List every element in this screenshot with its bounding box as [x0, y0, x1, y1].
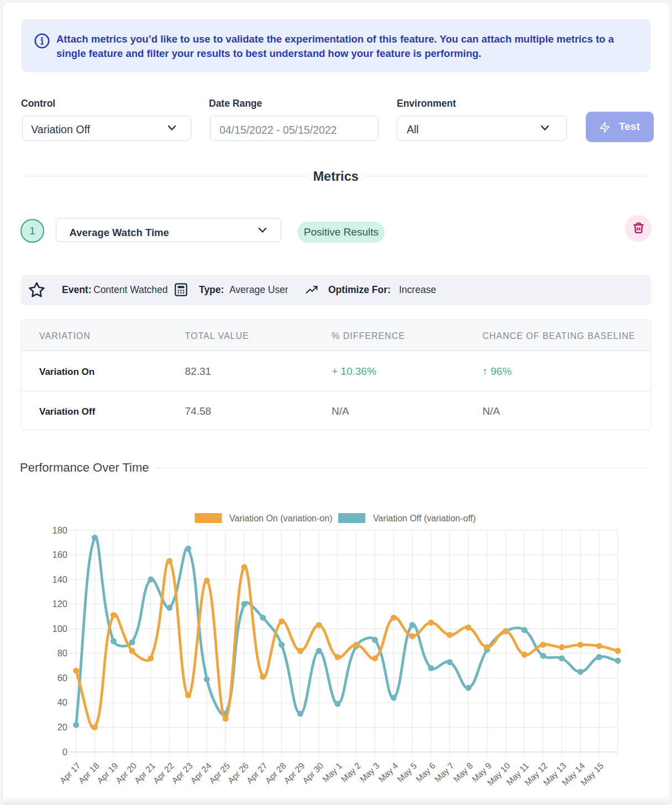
svg-text:Apr 19: Apr 19	[95, 761, 119, 785]
svg-text:May 3: May 3	[358, 761, 381, 784]
svg-text:Variation Off (variation-off): Variation Off (variation-off)	[373, 514, 476, 523]
svg-text:Apr 26: Apr 26	[226, 761, 250, 785]
svg-text:Apr 29: Apr 29	[282, 761, 306, 785]
svg-text:80: 80	[57, 648, 67, 658]
svg-text:Apr 28: Apr 28	[263, 761, 287, 785]
svg-text:May 1: May 1	[321, 761, 344, 784]
svg-text:40: 40	[57, 697, 67, 707]
svg-text:Apr 25: Apr 25	[207, 761, 232, 785]
svg-text:Apr 17: Apr 17	[58, 761, 82, 785]
svg-text:Apr 18: Apr 18	[76, 761, 101, 785]
svg-text:180: 180	[52, 525, 67, 535]
svg-text:May 7: May 7	[433, 761, 456, 784]
svg-text:May 5: May 5	[395, 761, 418, 784]
svg-text:May 4: May 4	[377, 761, 400, 784]
svg-text:Apr 22: Apr 22	[151, 761, 176, 785]
svg-text:60: 60	[57, 673, 67, 683]
svg-text:0: 0	[62, 747, 67, 757]
svg-text:May 6: May 6	[414, 761, 437, 784]
svg-text:140: 140	[52, 574, 67, 584]
svg-text:May 2: May 2	[339, 761, 363, 784]
svg-text:May 8: May 8	[452, 761, 475, 784]
svg-text:100: 100	[52, 624, 67, 634]
svg-text:Apr 21: Apr 21	[133, 761, 157, 785]
svg-text:Apr 30: Apr 30	[301, 761, 326, 786]
svg-text:20: 20	[57, 722, 67, 732]
svg-text:160: 160	[52, 550, 67, 560]
svg-text:Variation On (variation-on): Variation On (variation-on)	[229, 514, 332, 523]
svg-text:Apr 27: Apr 27	[245, 761, 269, 785]
svg-text:120: 120	[52, 599, 67, 609]
svg-text:Apr 23: Apr 23	[170, 761, 194, 785]
